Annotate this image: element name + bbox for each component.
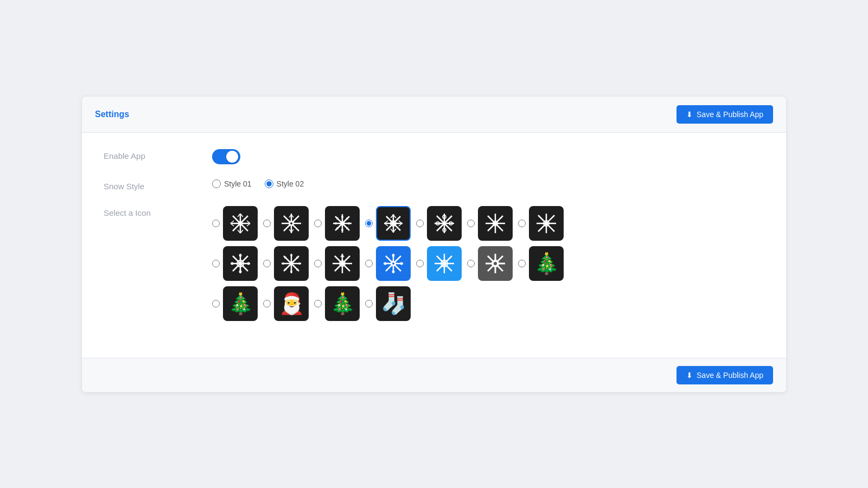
radio-style01[interactable] — [212, 179, 221, 188]
radio-wreath[interactable] — [314, 300, 322, 307]
style02-label: Style 02 — [277, 179, 304, 188]
snow-style-radio-group: Style 01 Style 02 — [212, 179, 764, 188]
wreath-emoji: 🎄 — [330, 293, 355, 314]
icon-option-snowflake-1[interactable] — [212, 206, 258, 241]
icon-option-stocking[interactable]: 🧦 — [365, 286, 411, 321]
radio-christmas-tree-2[interactable] — [212, 300, 220, 307]
radio-snowflake-5[interactable] — [416, 220, 424, 227]
icon-option-snowflake-6[interactable] — [467, 206, 513, 241]
save-publish-button-bottom[interactable]: ⬇ Save & Publish App — [676, 366, 773, 384]
icon-option-snowflake-3[interactable] — [314, 206, 360, 241]
radio-snowflake-1[interactable] — [212, 220, 220, 227]
icon-box-snowflake-6 — [478, 206, 513, 241]
save-icon-bottom: ⬇ — [686, 371, 693, 380]
radio-snowflake-10[interactable] — [314, 260, 322, 267]
svg-point-101 — [341, 262, 343, 265]
radio-snowflake-13[interactable] — [467, 260, 475, 267]
icon-box-snowflake-9 — [274, 246, 309, 281]
radio-snowflake-9[interactable] — [263, 260, 271, 267]
snow-style-label: Snow Style — [104, 179, 212, 191]
icon-box-wreath: 🎄 — [325, 286, 360, 321]
svg-point-94 — [296, 256, 298, 259]
radio-style02[interactable] — [265, 179, 273, 188]
svg-point-92 — [284, 256, 286, 259]
enable-app-control — [212, 149, 764, 164]
snow-style-option-style02[interactable]: Style 02 — [265, 179, 304, 188]
icon-box-snowflake-1 — [223, 206, 258, 241]
icon-box-snowflake-8 — [223, 246, 258, 281]
svg-point-93 — [296, 268, 298, 271]
icon-option-snowflake-13[interactable] — [467, 246, 513, 281]
radio-christmas-tree[interactable] — [518, 260, 526, 267]
icon-option-snowflake-12[interactable] — [416, 246, 462, 281]
icon-option-snowflake-11[interactable] — [365, 246, 411, 281]
radio-snowflake-8[interactable] — [212, 260, 220, 267]
svg-point-79 — [239, 254, 242, 256]
snow-style-option-style01[interactable]: Style 01 — [212, 179, 252, 188]
radio-snowflake-3[interactable] — [314, 220, 322, 227]
svg-point-125 — [494, 262, 497, 265]
stocking-emoji: 🧦 — [381, 293, 406, 314]
icon-option-snowflake-4[interactable] — [365, 206, 411, 241]
svg-point-80 — [239, 270, 242, 273]
svg-point-28 — [341, 216, 343, 218]
icon-box-christmas-tree: 🎄 — [529, 246, 564, 281]
enable-app-toggle[interactable] — [212, 149, 240, 164]
toggle-slider — [212, 149, 240, 164]
icon-option-snowflake-2[interactable] — [263, 206, 309, 241]
icon-option-santa-hat[interactable]: 🎅 — [263, 286, 309, 321]
svg-point-35 — [336, 227, 339, 229]
svg-point-91 — [298, 262, 301, 265]
icon-option-snowflake-9[interactable] — [263, 246, 309, 281]
radio-snowflake-11[interactable] — [365, 260, 373, 267]
icon-option-snowflake-5[interactable] — [416, 206, 462, 241]
enable-app-row: Enable App — [104, 149, 764, 164]
radio-stocking[interactable] — [365, 300, 373, 307]
save-icon-top: ⬇ — [686, 110, 693, 119]
icon-grid: 🎄 🎄 — [212, 206, 764, 321]
radio-snowflake-4[interactable] — [365, 220, 373, 227]
svg-line-66 — [499, 227, 502, 230]
enable-app-label: Enable App — [104, 149, 212, 160]
icon-box-snowflake-12 — [427, 246, 462, 281]
svg-rect-72 — [545, 222, 548, 225]
svg-point-113 — [400, 262, 403, 265]
svg-line-63 — [489, 217, 492, 220]
svg-point-90 — [282, 262, 284, 265]
style01-label: Style 01 — [224, 179, 252, 188]
icon-box-snowflake-7 — [529, 206, 564, 241]
radio-santa-hat[interactable] — [263, 300, 271, 307]
icon-option-snowflake-7[interactable] — [518, 206, 564, 241]
icon-row-3: 🎄 🎅 — [212, 286, 764, 321]
icon-box-santa-hat: 🎅 — [274, 286, 309, 321]
icon-option-christmas-tree[interactable]: 🎄 — [518, 246, 564, 281]
save-publish-button-top[interactable]: ⬇ Save & Publish App — [676, 105, 773, 124]
select-icon-row: Select a Icon — [104, 206, 764, 321]
icon-box-snowflake-5 — [427, 206, 462, 241]
page-wrapper: Settings ⬇ Save & Publish App Enable App — [0, 0, 868, 488]
icon-option-snowflake-8[interactable] — [212, 246, 258, 281]
save-publish-label-bottom: Save & Publish App — [697, 371, 763, 380]
svg-point-95 — [284, 268, 286, 271]
svg-point-31 — [348, 222, 350, 224]
icon-row-2: 🎄 — [212, 246, 764, 281]
radio-snowflake-2[interactable] — [263, 220, 271, 227]
christmas-tree-emoji: 🎄 — [534, 253, 559, 274]
svg-point-110 — [392, 254, 395, 256]
icon-option-christmas-tree-2[interactable]: 🎄 — [212, 286, 258, 321]
icon-box-snowflake-2 — [274, 206, 309, 241]
icon-option-snowflake-10[interactable] — [314, 246, 360, 281]
santa-hat-emoji: 🎅 — [279, 293, 304, 314]
icon-box-snowflake-3 — [325, 206, 360, 241]
svg-point-78 — [239, 262, 241, 265]
panel-header: Settings ⬇ Save & Publish App — [82, 97, 786, 133]
svg-point-30 — [335, 222, 337, 224]
radio-snowflake-12[interactable] — [416, 260, 424, 267]
svg-point-34 — [346, 217, 348, 220]
icon-option-wreath[interactable]: 🎄 — [314, 286, 360, 321]
svg-point-88 — [290, 254, 292, 256]
svg-point-18 — [290, 222, 292, 224]
icon-box-snowflake-4 — [376, 206, 411, 241]
radio-snowflake-6[interactable] — [467, 220, 475, 227]
radio-snowflake-7[interactable] — [518, 220, 526, 227]
